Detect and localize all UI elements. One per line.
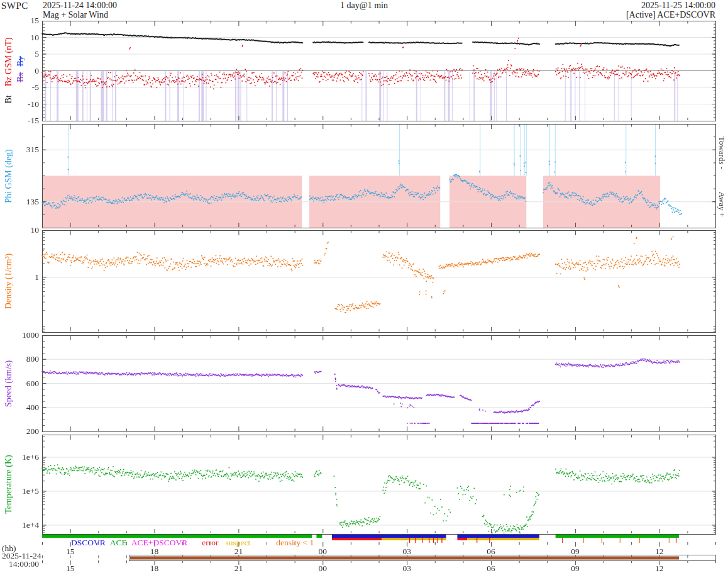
away-sector-label: Away +: [717, 192, 727, 217]
temp-ytick-1e+4: 1e+4: [10, 521, 39, 529]
mag-ytick-10: 10: [10, 33, 39, 42]
density-ytick-1: 1: [10, 273, 39, 281]
hour-label-row2-15: 15: [59, 564, 82, 573]
hour-label-row1-15: 15: [59, 547, 82, 557]
temp-ytick-1e+6: 1e+6: [10, 453, 39, 461]
hour-label-row2-12: 12: [648, 564, 671, 573]
speed-ytick-800: 800: [10, 355, 39, 363]
speed-ytick-600: 600: [10, 379, 39, 387]
temperature-axis-title: Temperature (K): [4, 455, 14, 513]
axis-start-time: 14:00:00: [9, 559, 39, 569]
hour-label-row1-03: 03: [395, 547, 418, 557]
hour-label-row1-18: 18: [143, 547, 166, 557]
mag-ytick-0: 0: [10, 67, 39, 75]
hour-label-row1-00: 00: [311, 547, 334, 557]
mag-ytick--10: -10: [10, 100, 39, 108]
legend-item-error: error: [202, 538, 218, 547]
speed-ytick-400: 400: [10, 403, 39, 411]
mag-ytick--5: -5: [10, 83, 39, 91]
mag-ytick-5: 5: [10, 50, 39, 58]
mag-ytick--15: -15: [10, 116, 39, 125]
hour-label-row2-18: 18: [143, 564, 166, 573]
phi-ytick-315: 315: [10, 145, 39, 153]
source-legend: DSCOVRACEACE+DSCOVRerrorsuspectdensity <…: [71, 538, 318, 548]
towards-sector-label: Towards -: [717, 136, 727, 169]
phi-axis-title: Phi GSM (deg): [4, 149, 14, 203]
legend-item-ace-dscovr: ACE+DSCOVR: [131, 538, 187, 547]
hour-label-row1-06: 06: [480, 547, 502, 557]
speed-ytick-200: 200: [10, 427, 39, 435]
mag-ytick-15: 15: [10, 16, 39, 25]
hour-label-row2-00: 00: [311, 564, 334, 573]
rtsw-plot-window: SWPC 2025-11-24 14:00:00 1 day@1 min 202…: [0, 0, 728, 573]
legend-item-ace: ACE: [110, 538, 127, 547]
hour-label-row2-06: 06: [480, 564, 502, 573]
hour-label-row1-09: 09: [564, 547, 587, 557]
rtsw-plot-canvas: [0, 0, 728, 573]
bz-axis-label: Bz GSM (nT): [4, 37, 14, 86]
legend-item-dscovr: DSCOVR: [71, 538, 106, 547]
hour-label-row1-12: 12: [648, 547, 671, 557]
temp-ytick-1e+5: 1e+5: [10, 487, 39, 495]
hour-label-row2-03: 03: [395, 564, 418, 573]
hour-label-row1-21: 21: [227, 547, 250, 557]
legend-item-density-1: density < 1: [276, 538, 314, 547]
phi-ytick-135: 135: [10, 197, 39, 206]
density-ytick-10: 10: [10, 226, 39, 234]
legend-item-suspect: suspect: [225, 538, 250, 547]
hour-label-row2-21: 21: [227, 564, 250, 573]
hour-label-row2-09: 09: [564, 564, 587, 573]
speed-ytick-1000: 1000: [10, 331, 39, 339]
density-axis-title: Density (1/cm³): [4, 253, 14, 309]
